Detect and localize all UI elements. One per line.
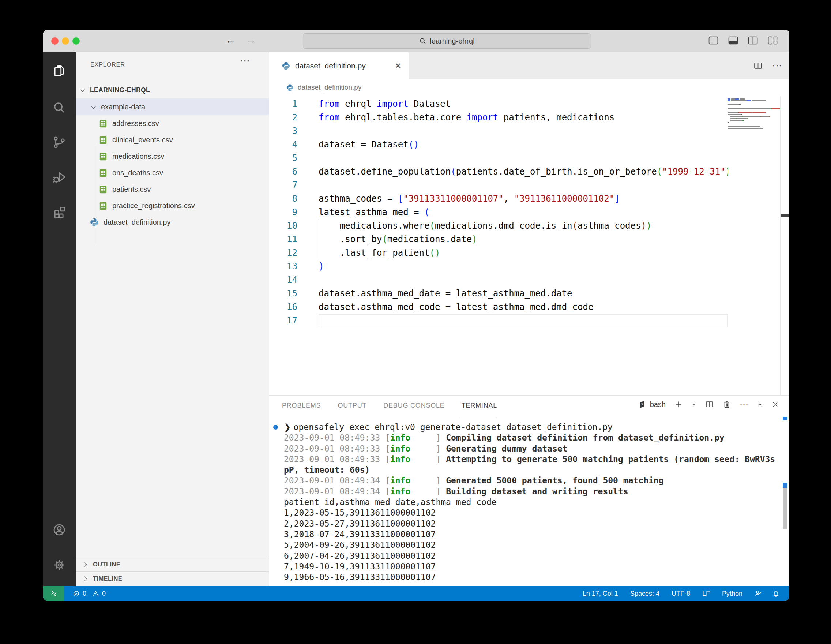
status-item[interactable]: UTF-8	[672, 590, 690, 598]
timeline-section[interactable]: TIMELINE	[76, 571, 269, 585]
code-line[interactable]: .sort_by(medications.date)	[318, 233, 728, 246]
close-panel-icon[interactable]	[771, 401, 779, 408]
panel-tab-problems[interactable]: PROBLEMS	[282, 395, 321, 416]
terminal-dropdown-chevron-icon[interactable]	[691, 402, 697, 407]
terminal-line: 2023-09-01 08:49:34 [info ] Building dat…	[284, 486, 777, 497]
code-line[interactable]: latest_asthma_med = (	[318, 206, 728, 219]
explorer-more-actions-icon[interactable]: ⋯	[240, 56, 250, 66]
panel-tab-debug-console[interactable]: DEBUG CONSOLE	[383, 395, 444, 416]
command-decoration-icon[interactable]	[273, 425, 278, 430]
remote-indicator[interactable]	[43, 586, 64, 601]
split-terminal-icon[interactable]	[705, 400, 714, 409]
maximize-panel-icon[interactable]	[757, 402, 763, 408]
kill-terminal-icon[interactable]	[723, 400, 731, 409]
tree-file-dataset-definition[interactable]: dataset_definition.py	[76, 214, 269, 231]
editor-more-actions-icon[interactable]: ⋯	[772, 61, 782, 71]
code-line[interactable]: dataset = Dataset()	[318, 138, 728, 151]
code-line[interactable]: asthma_codes = ["39113311000001107", "39…	[318, 192, 728, 206]
terminal-content[interactable]: ❯ opensafely exec ehrql:v0 generate-data…	[284, 422, 777, 582]
notifications-bell-icon[interactable]	[772, 590, 780, 598]
search-sidebar-icon[interactable]	[52, 100, 66, 115]
csv-file-icon	[99, 168, 108, 178]
tree-file-item[interactable]: medications.csv	[76, 148, 269, 165]
panel-tab-terminal[interactable]: TERMINAL	[462, 395, 497, 416]
breadcrumb[interactable]: dataset_definition.py	[269, 79, 789, 96]
line-number: 13	[269, 260, 298, 273]
terminal-line: 1,2023-05-15,39113611000001102	[284, 507, 777, 518]
search-icon	[419, 37, 427, 45]
line-number: 11	[269, 233, 298, 246]
code-line[interactable]	[318, 314, 728, 327]
code-line[interactable]: medications.where(medications.dmd_code.i…	[318, 219, 728, 233]
terminal-line: ❯ opensafely exec ehrql:v0 generate-data…	[284, 422, 777, 432]
source-control-icon[interactable]	[52, 135, 66, 149]
explorer-sidebar: EXPLORER ⋯ LEARNING-EHRQL example-data a…	[76, 52, 269, 586]
explorer-icon[interactable]	[52, 64, 66, 78]
terminal-shell-selector[interactable]: bash	[638, 400, 666, 409]
navigate-back-icon[interactable]: ←	[225, 34, 236, 46]
code-editor[interactable]: 1234567891011121314151617 from ehrql imp…	[269, 96, 789, 395]
command-center-search[interactable]: learning-ehrql	[303, 33, 591, 49]
tree-file-item[interactable]: patients.csv	[76, 181, 269, 198]
code-line[interactable]: from ehrql.tables.beta.core import patie…	[318, 111, 728, 124]
panel-more-actions-icon[interactable]: ⋯	[740, 400, 748, 409]
code-line[interactable]: )	[318, 260, 728, 273]
status-item[interactable]: Ln 17, Col 1	[583, 590, 618, 598]
minimize-window-button[interactable]	[62, 37, 69, 45]
split-editor-icon[interactable]	[753, 61, 763, 70]
terminal-scrollbar-thumb[interactable]	[783, 483, 788, 529]
code-line[interactable]: dataset.define_population(patients.date_…	[318, 165, 728, 179]
code-line[interactable]: dataset.asthma_med_date = latest_asthma_…	[318, 287, 728, 300]
scrollbar-thumb[interactable]	[780, 214, 789, 217]
problems-status[interactable]: 0 0	[73, 590, 108, 598]
tree-root-folder[interactable]: LEARNING-EHRQL	[76, 81, 269, 99]
code-line[interactable]: from ehrql import Dataset	[318, 97, 728, 111]
code-line[interactable]: dataset.asthma_med_code = latest_asthma_…	[318, 300, 728, 314]
status-item[interactable]: Python	[722, 590, 742, 598]
code-line[interactable]	[318, 124, 728, 138]
extensions-icon[interactable]	[52, 205, 66, 219]
close-tab-icon[interactable]: ✕	[395, 62, 401, 70]
tree-file-item[interactable]: ons_deaths.csv	[76, 165, 269, 181]
code-line[interactable]	[318, 151, 728, 165]
toggle-panel-icon[interactable]	[728, 36, 738, 45]
chevron-right-icon	[82, 576, 87, 581]
customize-layout-icon[interactable]	[768, 36, 778, 45]
code-line[interactable]	[318, 273, 728, 287]
terminal-line: 2023-09-01 08:49:33 [info ] Generating d…	[284, 443, 777, 454]
split-editor-layout-icon[interactable]	[748, 36, 758, 45]
indent-guide	[318, 219, 319, 233]
errors-icon	[73, 590, 80, 597]
code-line[interactable]	[318, 179, 728, 192]
status-bar: 0 0 Ln 17, Col 1Spaces: 4UTF-8LFPython	[43, 586, 789, 601]
navigate-forward-icon[interactable]: →	[246, 34, 256, 46]
outline-section[interactable]: OUTLINE	[76, 557, 269, 571]
new-terminal-icon[interactable]	[674, 400, 683, 409]
close-window-button[interactable]	[51, 37, 59, 45]
tree-folder-example-data[interactable]: example-data	[76, 99, 269, 115]
tree-file-item[interactable]: clinical_events.csv	[76, 132, 269, 148]
accounts-icon[interactable]	[52, 523, 66, 537]
activity-bar	[43, 52, 76, 586]
terminal-line: 2023-09-01 08:49:33 [info ] Compiling da…	[284, 432, 777, 443]
bash-shell-icon	[638, 400, 646, 409]
feedback-person-icon[interactable]	[755, 590, 763, 598]
status-item[interactable]: Spaces: 4	[630, 590, 659, 598]
tab-dataset-definition[interactable]: dataset_definition.py ✕	[269, 52, 409, 79]
indent-guide	[318, 246, 319, 260]
editor-scrollbar[interactable]	[780, 96, 789, 395]
run-debug-icon[interactable]	[52, 170, 66, 184]
zoom-window-button[interactable]	[72, 37, 80, 45]
line-number: 7	[269, 179, 298, 192]
toggle-sidebar-icon[interactable]	[708, 36, 718, 45]
terminal-line: 6,2007-04-26,39113611000001102	[284, 551, 777, 561]
status-item[interactable]: LF	[702, 590, 710, 598]
line-number: 5	[269, 151, 298, 165]
tree-file-item[interactable]: addresses.csv	[76, 115, 269, 132]
tree-file-item[interactable]: practice_registrations.csv	[76, 198, 269, 214]
settings-gear-icon[interactable]	[52, 558, 66, 572]
panel-actions: bash ⋯	[638, 400, 779, 409]
code-line[interactable]: .last_for_patient()	[318, 246, 728, 260]
minimap[interactable]	[728, 99, 780, 132]
panel-tab-output[interactable]: OUTPUT	[337, 395, 366, 416]
